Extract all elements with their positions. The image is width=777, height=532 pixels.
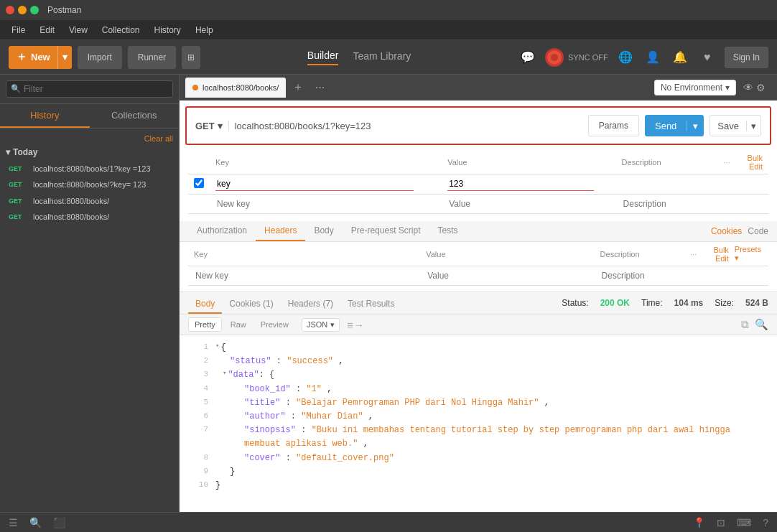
menu-history[interactable]: History <box>149 24 187 37</box>
user-icon[interactable]: 👤 <box>643 47 663 67</box>
keyboard-icon[interactable]: ⌨ <box>737 517 751 528</box>
new-arrow-icon[interactable]: ▾ <box>57 46 72 69</box>
menu-collection[interactable]: Collection <box>96 24 146 37</box>
location-icon[interactable]: 📍 <box>693 517 705 528</box>
response-status: Status: 200 OK Time: 104 ms Size: 524 B <box>562 298 768 311</box>
more-tabs-button[interactable]: ··· <box>310 78 329 97</box>
response-tab-body[interactable]: Body <box>188 295 222 314</box>
import-button[interactable]: Import <box>78 46 122 69</box>
tab-pre-request-script[interactable]: Pre-request Script <box>343 221 429 241</box>
toolbar: ＋ New ▾ Import Runner ⊞ Builder Team Lib… <box>0 40 777 75</box>
search-status-icon[interactable]: 🔍 <box>29 517 42 528</box>
tab-body[interactable]: Body <box>305 221 342 241</box>
tab-team-library[interactable]: Team Library <box>353 50 411 65</box>
heart-icon[interactable]: ♥ <box>697 47 717 67</box>
params-button[interactable]: Params <box>588 115 639 136</box>
params-section: Key Value Description ··· Bulk Edit <box>180 151 777 220</box>
method-selector[interactable]: GET ▾ <box>195 121 229 131</box>
toolbar-right: 💬 SYNC OFF 🌐 👤 🔔 ♥ Sign In <box>518 47 768 68</box>
env-selector[interactable]: No Environment ▾ <box>654 80 736 95</box>
today-group[interactable]: ▾ Today <box>6 147 173 157</box>
search-input[interactable] <box>6 80 173 98</box>
new-label: New <box>31 52 50 62</box>
help-icon[interactable]: ? <box>763 517 768 528</box>
sync-label: SYNC OFF <box>568 53 608 62</box>
list-item[interactable]: GET localhost:8080/books/ <box>6 194 173 208</box>
table-row <box>188 174 768 195</box>
format-preview[interactable]: Preview <box>255 318 294 331</box>
search-response-icon[interactable]: 🔍 <box>755 318 768 331</box>
add-tab-button[interactable]: ＋ <box>289 78 307 97</box>
layout-button[interactable]: ⊞ <box>182 46 200 69</box>
format-type-selector[interactable]: JSON ▾ <box>302 318 340 332</box>
new-key-input[interactable] <box>215 197 414 210</box>
env-eye-icon[interactable]: 👁 <box>743 82 753 93</box>
maximize-button[interactable] <box>30 6 39 14</box>
send-arrow-icon[interactable]: ▾ <box>687 121 704 131</box>
close-button[interactable] <box>6 6 14 14</box>
response-tab-test-results[interactable]: Test Results <box>340 295 401 314</box>
table-new-row <box>188 195 768 214</box>
tab-builder[interactable]: Builder <box>307 50 339 65</box>
cookies-link[interactable]: Cookies <box>711 222 742 241</box>
tab-authorization[interactable]: Authorization <box>188 221 256 241</box>
menu-file[interactable]: File <box>6 24 31 37</box>
json-line: 4 "book_id" : "1" , <box>188 383 768 396</box>
response-tab-headers[interactable]: Headers (7) <box>281 295 340 314</box>
request-tabs-bar: localhost:8080/books/ ＋ ··· No Environme… <box>180 75 777 101</box>
headers-bulk-edit-button[interactable]: Bulk Edit <box>702 246 729 263</box>
tab-tests[interactable]: Tests <box>429 221 466 241</box>
format-pretty[interactable]: Pretty <box>188 317 222 332</box>
presets-button[interactable]: Presets ▾ <box>735 245 763 263</box>
key-col-header: Key <box>210 151 442 174</box>
response-tabs-bar: Body Cookies (1) Headers (7) Test Result… <box>180 292 777 314</box>
chat-icon[interactable]: 💬 <box>518 47 538 67</box>
row-checkbox[interactable] <box>194 178 204 188</box>
response-tab-cookies[interactable]: Cookies (1) <box>222 295 280 314</box>
copy-icon[interactable]: ⧉ <box>741 318 749 331</box>
menu-view[interactable]: View <box>63 24 93 37</box>
json-line: 1 ▾ { <box>188 341 768 355</box>
console-icon[interactable]: ⬛ <box>53 517 65 528</box>
headers-new-row <box>188 266 768 286</box>
url-input[interactable] <box>235 121 582 131</box>
list-item[interactable]: GET localhost:8080/books/?key= 123 <box>6 177 173 192</box>
list-item[interactable]: GET localhost:8080/books/ <box>6 210 173 224</box>
list-item[interactable]: GET localhost:8080/books/1?key =123 <box>6 162 173 176</box>
request-tab-label: localhost:8080/books/ <box>203 83 279 92</box>
main-layout: 🔍 History Collections Clear all ▾ Today … <box>0 75 777 512</box>
pane-icon[interactable]: ⊡ <box>717 517 725 528</box>
new-desc-input[interactable] <box>622 197 703 210</box>
save-button[interactable]: Save ▾ <box>709 115 761 136</box>
header-value-input[interactable] <box>426 269 572 282</box>
menu-edit[interactable]: Edit <box>34 24 60 37</box>
send-button[interactable]: Send ▾ <box>645 115 704 136</box>
header-key-input[interactable] <box>194 269 392 282</box>
sign-in-button[interactable]: Sign In <box>725 47 768 68</box>
size-label: Size: <box>715 298 734 308</box>
header-desc-input[interactable] <box>600 269 671 282</box>
minimize-button[interactable] <box>18 6 27 14</box>
bulk-edit-button[interactable]: Bulk Edit <box>736 154 763 171</box>
save-arrow-icon[interactable]: ▾ <box>746 121 760 131</box>
bell-icon[interactable]: 🔔 <box>670 47 690 67</box>
sidebar-tab-collections[interactable]: Collections <box>90 104 180 128</box>
sidebar-toggle-icon[interactable]: ☰ <box>9 517 18 528</box>
value-input[interactable] <box>447 177 594 191</box>
globe-icon[interactable]: 🌐 <box>615 47 636 67</box>
new-value-input[interactable] <box>447 197 594 210</box>
code-link[interactable]: Code <box>748 222 768 241</box>
method-badge: GET <box>9 165 29 172</box>
menu-help[interactable]: Help <box>190 24 219 37</box>
titlebar: Postman <box>0 0 777 20</box>
env-gear-icon[interactable]: ⚙ <box>756 82 766 93</box>
new-button[interactable]: ＋ New ▾ <box>9 46 72 69</box>
request-tab[interactable]: localhost:8080/books/ <box>185 78 286 98</box>
clear-all-button[interactable]: Clear all <box>6 134 173 143</box>
wrap-icon[interactable]: ≡→ <box>347 319 364 331</box>
sidebar-tab-history[interactable]: History <box>0 104 90 128</box>
runner-button[interactable]: Runner <box>128 46 176 69</box>
key-input[interactable] <box>215 177 414 191</box>
format-raw[interactable]: Raw <box>225 318 252 331</box>
tab-headers[interactable]: Headers <box>256 221 305 241</box>
